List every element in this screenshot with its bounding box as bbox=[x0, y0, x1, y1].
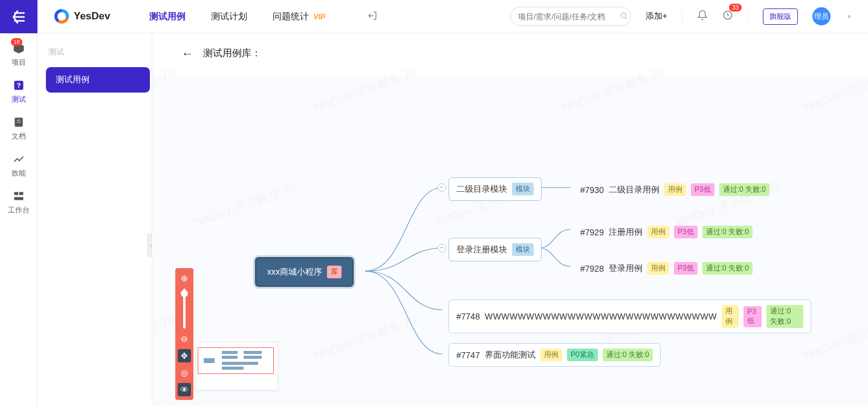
module-tag: 模块 bbox=[512, 243, 534, 256]
plan-button[interactable]: 旗舰版 bbox=[763, 8, 798, 25]
rail-project-badge: 18 bbox=[11, 38, 22, 46]
node-toggle[interactable]: − bbox=[438, 244, 446, 252]
app-logo[interactable] bbox=[0, 0, 37, 33]
case-title: 二级目录用例 bbox=[609, 185, 659, 195]
watermark: YesDev 演示账号 70 bbox=[152, 312, 177, 364]
root-title: xxx商城小程序 bbox=[267, 267, 322, 278]
case-tag: 用例 bbox=[647, 226, 669, 238]
case-title: 界面功能测试 bbox=[485, 350, 536, 361]
left-rail: 18 项目 ? 测试 文档 效能 工作台 bbox=[0, 33, 37, 406]
rail-metric-label: 效能 bbox=[11, 168, 26, 178]
mindmap-case-node[interactable]: #7747 界面功能测试 用例 P0紧急 通过:0 失败:0 bbox=[449, 343, 661, 367]
case-tag: 用例 bbox=[722, 305, 739, 328]
svg-text:?: ? bbox=[16, 82, 21, 89]
mindmap-canvas[interactable]: YesDev 演示账号 70 YesDev 演示账号 70 YesDev 演示账… bbox=[152, 76, 868, 406]
brand[interactable]: YesDev bbox=[54, 9, 111, 24]
top-nav: 测试用例 测试计划 问题统计 VIP bbox=[149, 11, 378, 22]
module-tag: 模块 bbox=[512, 183, 534, 195]
side2-item-test-cases[interactable]: 测试用例 bbox=[46, 67, 150, 93]
module-title: 二级目录模块 bbox=[456, 184, 507, 195]
mindmap-module-node[interactable]: 登录注册模块 模块 bbox=[449, 238, 542, 261]
clock-icon[interactable]: 33 bbox=[722, 10, 733, 23]
case-tag: 用例 bbox=[540, 349, 562, 361]
nav-issue-stats[interactable]: 问题统计 VIP bbox=[273, 11, 326, 22]
case-tag: 用例 bbox=[647, 262, 669, 275]
mindmap-case-node[interactable]: #7929 注册用例 用例 P3低 通过:0 失败:0 bbox=[573, 221, 760, 243]
svg-point-4 bbox=[621, 13, 626, 18]
priority-tag: P3低 bbox=[674, 226, 698, 238]
priority-tag: P3低 bbox=[743, 306, 762, 327]
exit-icon[interactable] bbox=[368, 11, 377, 22]
rail-project-label: 项目 bbox=[11, 57, 26, 68]
case-title: 注册用例 bbox=[609, 227, 643, 238]
divider bbox=[682, 11, 682, 22]
zoom-in-icon[interactable]: ⊕ bbox=[178, 272, 191, 285]
chevron-down-icon[interactable]: ▾ bbox=[847, 13, 851, 21]
chart-icon bbox=[12, 152, 25, 166]
case-id: #7747 bbox=[456, 350, 480, 360]
eye-icon[interactable]: 👁 bbox=[178, 383, 191, 396]
rail-metric[interactable]: 效能 bbox=[11, 152, 26, 178]
minimap-node bbox=[222, 362, 258, 365]
search-input[interactable] bbox=[518, 12, 620, 21]
global-search[interactable] bbox=[510, 7, 631, 26]
breadcrumb: ← 测试用例库： bbox=[152, 33, 868, 71]
add-link[interactable]: 添加+ bbox=[646, 11, 667, 22]
avatar[interactable]: 理员 bbox=[812, 7, 831, 25]
zoom-out-icon[interactable]: ⊖ bbox=[178, 332, 191, 345]
mindmap-module-node[interactable]: 二级目录模块 模块 bbox=[449, 177, 542, 201]
watermark: YesDev 演示账号 70 bbox=[310, 312, 419, 364]
watermark: YesDev 演示账号 70 bbox=[189, 178, 298, 231]
brand-logo-icon bbox=[54, 9, 69, 24]
search-icon bbox=[620, 11, 628, 22]
module-title: 登录注册模块 bbox=[456, 244, 507, 255]
rail-workbench-label: 工作台 bbox=[8, 205, 30, 215]
move-icon[interactable]: ✥ bbox=[178, 349, 191, 362]
zoom-slider[interactable] bbox=[183, 289, 186, 329]
back-arrow-icon[interactable]: ← bbox=[181, 47, 193, 61]
nav-test-plans[interactable]: 测试计划 bbox=[211, 11, 247, 22]
status-tag: 通过:0 失败:0 bbox=[766, 305, 803, 328]
svg-rect-12 bbox=[14, 192, 18, 195]
minimap-node bbox=[244, 356, 262, 359]
minimap-node bbox=[222, 367, 244, 370]
rail-test-label: 测试 bbox=[11, 94, 26, 105]
rail-doc[interactable]: 文档 bbox=[11, 116, 26, 142]
case-tag: 用例 bbox=[664, 183, 686, 196]
nav-issue-stats-label: 问题统计 bbox=[273, 11, 309, 21]
question-icon: ? bbox=[12, 79, 25, 92]
svg-line-5 bbox=[625, 17, 627, 19]
mindmap-root-node[interactable]: xxx商城小程序 库 bbox=[255, 257, 354, 287]
secondary-sidebar: 测试 测试用例 ‹ bbox=[37, 33, 152, 406]
clock-badge: 33 bbox=[729, 4, 742, 11]
status-tag: 通过:0 失败:0 bbox=[702, 226, 753, 238]
doc-icon bbox=[12, 116, 25, 129]
bell-icon[interactable] bbox=[697, 10, 708, 23]
minimap[interactable] bbox=[196, 342, 278, 390]
status-tag: 通过:0 失败:0 bbox=[719, 183, 769, 196]
rail-workbench[interactable]: 工作台 bbox=[8, 189, 30, 215]
priority-tag: P3低 bbox=[674, 262, 698, 275]
svg-rect-14 bbox=[14, 197, 23, 200]
case-title: WWWWWWWWWWWWWWWWWWWWWWWWWWWW bbox=[485, 312, 717, 321]
mindmap-case-node[interactable]: #7930 二级目录用例 用例 P3低 通过:0 失败:0 bbox=[573, 178, 777, 201]
divider bbox=[748, 11, 748, 22]
main: ← 测试用例库： YesDev 演示账号 70 YesDev 演示账号 70 Y… bbox=[152, 33, 868, 406]
node-toggle[interactable]: − bbox=[438, 183, 446, 192]
svg-rect-13 bbox=[19, 192, 23, 195]
workbench-icon bbox=[12, 189, 25, 203]
priority-tag: P0紧急 bbox=[567, 349, 598, 361]
center-icon[interactable]: ◎ bbox=[178, 366, 191, 379]
case-id: #7928 bbox=[580, 264, 604, 273]
rail-test[interactable]: ? 测试 bbox=[11, 79, 26, 105]
nav-test-cases[interactable]: 测试用例 bbox=[149, 11, 186, 22]
header: YesDev 测试用例 测试计划 问题统计 VIP 添加+ 33 旗舰版 理员 … bbox=[37, 0, 868, 33]
mindmap-case-node[interactable]: #7748 WWWWWWWWWWWWWWWWWWWWWWWWWWWW 用例 P3… bbox=[449, 300, 811, 333]
case-title: 登录用例 bbox=[609, 263, 643, 274]
page-title: 测试用例库： bbox=[203, 47, 261, 60]
status-tag: 通过:0 失败:0 bbox=[702, 262, 753, 275]
rail-project[interactable]: 18 项目 bbox=[11, 42, 26, 68]
root-tag: 库 bbox=[327, 266, 342, 278]
mindmap-case-node[interactable]: #7928 登录用例 用例 P3低 通过:0 失败:0 bbox=[573, 257, 760, 280]
minimap-node bbox=[222, 356, 238, 359]
